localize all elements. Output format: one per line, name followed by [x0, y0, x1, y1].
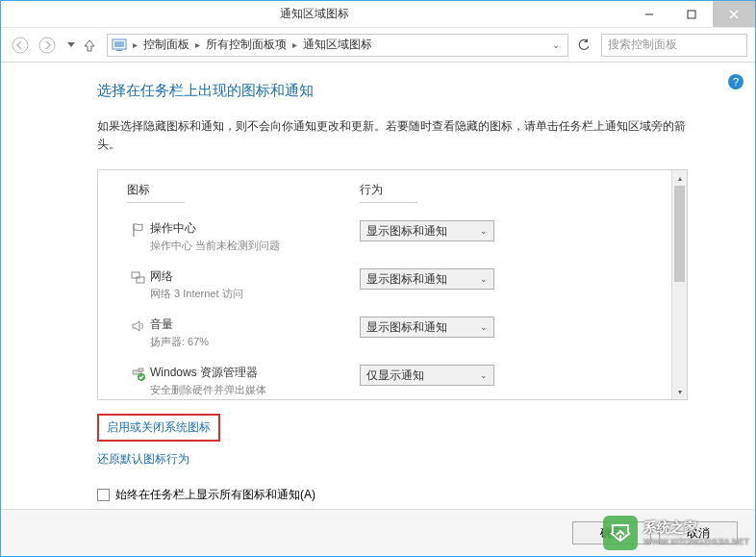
forward-button[interactable]	[36, 34, 59, 57]
watermark: 系统之家 WWW.XITONGZHIJIA.NET	[603, 516, 749, 550]
behavior-select[interactable]: 显示图标和通知 ⌄	[360, 268, 494, 290]
breadcrumb-item[interactable]: 所有控制面板项	[202, 35, 290, 55]
control-panel-icon	[112, 38, 127, 53]
chevron-down-icon: ⌄	[480, 274, 488, 284]
icon-list-container: 图标 行为 操作中心 操作中心 当前未检测到问题	[97, 169, 688, 400]
header-icon-col: 图标	[127, 182, 185, 203]
behavior-select[interactable]: 仅显示通知 ⌄	[360, 365, 494, 386]
svg-point-4	[13, 38, 28, 53]
select-value: 显示图标和通知	[366, 319, 480, 336]
list-row: 音量 扬声器: 67% 显示图标和通知 ⌄	[127, 309, 643, 357]
page-title: 选择在任务栏上出现的图标和通知	[30, 82, 726, 100]
breadcrumb[interactable]: ▸ 控制面板 ▸ 所有控制面板项 ▸ 通知区域图标 ⌄	[107, 34, 568, 57]
up-button[interactable]	[78, 34, 101, 57]
list-header: 图标 行为	[98, 170, 671, 213]
chevron-icon: ▸	[195, 39, 200, 50]
chevron-down-icon: ⌄	[480, 226, 488, 236]
svg-point-5	[39, 38, 55, 53]
window-title: 通知区域图标	[1, 6, 628, 22]
always-show-checkbox[interactable]	[97, 489, 110, 501]
history-dropdown[interactable]	[64, 34, 78, 57]
list-row: Windows 资源管理器 安全删除硬件并弹出媒体 仅显示通知 ⌄	[127, 357, 643, 399]
maximize-button[interactable]	[670, 1, 713, 27]
svg-rect-8	[116, 50, 122, 51]
row-sub: 扬声器: 67%	[150, 335, 360, 349]
refresh-button[interactable]	[572, 34, 595, 57]
behavior-select[interactable]: 显示图标和通知 ⌄	[360, 220, 494, 241]
row-name: 音量	[150, 316, 360, 333]
chevron-icon: ▸	[292, 39, 297, 50]
list-inner: 图标 行为 操作中心 操作中心 当前未检测到问题	[98, 170, 671, 399]
chevron-down-icon: ⌄	[480, 370, 488, 380]
content-area: ? 选择在任务栏上出现的图标和通知 如果选择隐藏图标和通知，则不会向你通知更改和…	[1, 63, 755, 509]
chevron-icon: ▸	[133, 39, 138, 50]
breadcrumb-dropdown[interactable]: ⌄	[548, 39, 564, 50]
network-icon	[127, 268, 150, 286]
flag-icon	[127, 220, 150, 238]
titlebar: 通知区域图标	[1, 1, 755, 28]
restore-defaults-link[interactable]: 还原默认图标行为	[97, 451, 189, 468]
watermark-text: 系统之家	[643, 519, 749, 537]
page-description: 如果选择隐藏图标和通知，则不会向你通知更改和更新。若要随时查看隐藏的图标，请单击…	[30, 117, 726, 154]
window-controls	[628, 1, 755, 27]
close-button[interactable]	[713, 1, 755, 27]
window-frame: 通知区域图标	[0, 0, 756, 557]
search-placeholder: 搜索控制面板	[608, 37, 677, 53]
always-show-checkbox-row: 始终在任务栏上显示所有图标和通知(A)	[97, 487, 726, 503]
watermark-icon	[603, 516, 638, 550]
list-row: 操作中心 操作中心 当前未检测到问题 显示图标和通知 ⌄	[127, 213, 643, 261]
behavior-select[interactable]: 显示图标和通知 ⌄	[360, 316, 494, 338]
nav-arrows	[9, 34, 59, 57]
links-section: 启用或关闭系统图标 还原默认图标行为	[97, 414, 726, 479]
volume-icon	[127, 316, 150, 334]
explorer-icon	[127, 365, 150, 382]
row-name: Windows 资源管理器	[150, 365, 360, 381]
system-icons-link[interactable]: 启用或关闭系统图标	[107, 419, 211, 436]
svg-rect-1	[688, 11, 695, 18]
svg-rect-12	[139, 368, 143, 371]
select-value: 显示图标和通知	[366, 223, 480, 240]
select-value: 仅显示通知	[366, 367, 480, 384]
help-icon[interactable]: ?	[728, 74, 743, 89]
scroll-thumb[interactable]	[674, 186, 685, 282]
list-rows: 操作中心 操作中心 当前未检测到问题 显示图标和通知 ⌄	[98, 213, 671, 399]
scrollbar[interactable]: ▴ ▾	[671, 170, 687, 399]
row-name: 网络	[150, 268, 360, 285]
breadcrumb-item[interactable]: 通知区域图标	[299, 35, 376, 55]
back-button[interactable]	[9, 34, 32, 57]
scroll-up-arrow[interactable]: ▴	[672, 170, 687, 186]
watermark-sub: WWW.XITONGZHIJIA.NET	[643, 537, 749, 546]
row-sub: 操作中心 当前未检测到问题	[150, 239, 360, 253]
breadcrumb-item[interactable]: 控制面板	[139, 35, 193, 55]
row-sub: 安全删除硬件并弹出媒体	[150, 383, 360, 397]
list-row: 网络 网络 3 Internet 访问 显示图标和通知 ⌄	[127, 261, 643, 309]
highlight-box: 启用或关闭系统图标	[97, 414, 220, 442]
row-sub: 网络 3 Internet 访问	[150, 287, 360, 301]
scroll-down-arrow[interactable]: ▾	[672, 384, 687, 399]
checkbox-label: 始终在任务栏上显示所有图标和通知(A)	[115, 487, 315, 503]
svg-rect-7	[114, 41, 124, 47]
chevron-down-icon: ⌄	[480, 322, 488, 332]
select-value: 显示图标和通知	[366, 271, 480, 288]
minimize-button[interactable]	[628, 1, 670, 27]
row-name: 操作中心	[150, 220, 360, 237]
header-behavior-col: 行为	[360, 182, 417, 203]
search-input[interactable]: 搜索控制面板	[601, 34, 747, 57]
navbar: ▸ 控制面板 ▸ 所有控制面板项 ▸ 通知区域图标 ⌄ 搜索控制面板	[1, 28, 755, 63]
